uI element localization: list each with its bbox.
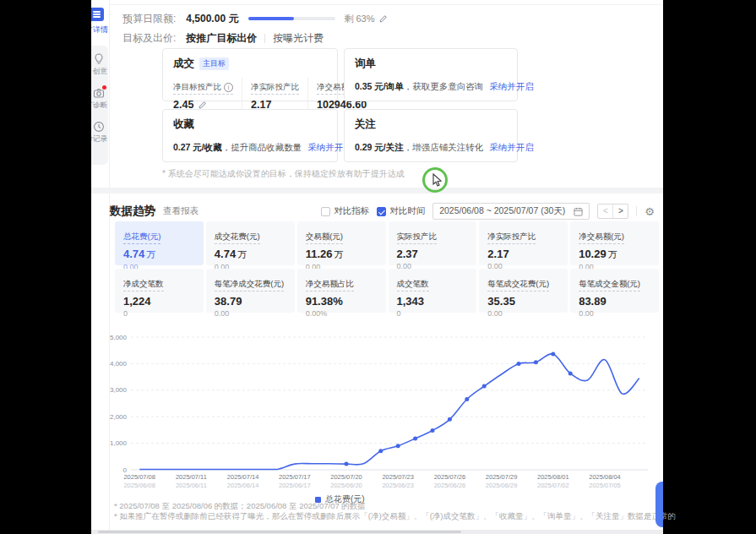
metric-value: 11.26万 bbox=[306, 248, 378, 261]
sidebar-item-detail[interactable] bbox=[91, 8, 104, 21]
sidebar-item-detail-label[interactable]: 推广详情 bbox=[91, 25, 109, 34]
metric-card-实际投产比[interactable]: 实际投产比 2.37 0.00 bbox=[389, 221, 477, 265]
svg-text:2025/08/04: 2025/08/04 bbox=[589, 473, 621, 481]
goals-label: 目标及出价: bbox=[122, 31, 176, 46]
metric-card-每笔成交金额(元)[interactable]: 每笔成交金额(元) 83.89 0.00 bbox=[570, 269, 659, 313]
checkbox-unchecked-icon[interactable] bbox=[321, 207, 330, 216]
metric-compare-value: 0.00% bbox=[306, 309, 378, 318]
edit-roi-icon[interactable] bbox=[199, 101, 207, 109]
metric-card-净成交笔数[interactable]: 净成交笔数 1,224 0 bbox=[115, 269, 204, 313]
compare-time-checkbox[interactable]: 对比时间 bbox=[377, 205, 425, 217]
svg-text:2025/08/01: 2025/08/01 bbox=[537, 473, 569, 481]
clock-icon[interactable] bbox=[93, 121, 105, 133]
svg-text:2025/07/26: 2025/07/26 bbox=[434, 473, 466, 481]
metric-card-成交笔数[interactable]: 成交笔数 1,343 0 bbox=[389, 269, 477, 313]
controls-divider bbox=[636, 206, 637, 216]
goal-card-title: 收藏 bbox=[173, 117, 327, 132]
budget-row: 预算日限额: 4,500.00 元 剩 63% bbox=[122, 12, 388, 25]
budget-label: 预算日限额: bbox=[122, 12, 176, 26]
sidebar-item-history[interactable]: 操作记录 bbox=[91, 134, 108, 143]
compare-metric-label: 对比指标 bbox=[334, 205, 369, 217]
metric-value: 2.17 bbox=[487, 248, 559, 260]
trend-line-chart[interactable]: 01,0002,0003,0004,0005,0002025/07/082025… bbox=[110, 326, 661, 495]
view-report-link[interactable]: 查看报表 bbox=[163, 205, 199, 217]
metric-label: 净实际投产比 bbox=[487, 232, 536, 244]
tab-impression-billing[interactable]: 按曝光计费 bbox=[273, 31, 324, 46]
info-icon[interactable]: i bbox=[224, 83, 233, 92]
metric-compare-value: 0 bbox=[397, 309, 469, 318]
edit-budget-icon[interactable] bbox=[379, 14, 388, 23]
metric-card-交易额(元)[interactable]: 交易额(元) 11.26万 0.00 bbox=[297, 221, 386, 265]
top-divider bbox=[110, 4, 661, 5]
sidebar-group: 创意 推广诊断 操作记录 bbox=[91, 46, 108, 165]
goal-card-0[interactable]: 询单 0.35 元/询单，获取更多意向咨询采纳并开启 bbox=[344, 48, 518, 101]
metric-card-成交花费(元)[interactable]: 成交花费(元) 4.74万 0.00 bbox=[206, 221, 295, 265]
metric-card-净交易额占比[interactable]: 净交易额占比 91.38% 0.00% bbox=[297, 269, 386, 313]
budget-slider[interactable] bbox=[248, 17, 335, 20]
goal-card-title: 关注 bbox=[355, 117, 507, 132]
metric-card-净交易额(元)[interactable]: 净交易额(元) 10.29万 0.00 bbox=[570, 221, 659, 265]
svg-text:1,000: 1,000 bbox=[110, 439, 128, 447]
goal-card-desc: 0.35 元/询单，获取更多意向咨询采纳并开启 bbox=[355, 81, 507, 93]
metric-compare-value: 0.00 bbox=[579, 309, 650, 318]
deal-stat-label: 净目标投产比i bbox=[173, 82, 233, 95]
goal-card-title: 询单 bbox=[355, 57, 507, 71]
svg-text:2025/07/08: 2025/07/08 bbox=[123, 473, 155, 481]
metric-label: 实际投产比 bbox=[397, 232, 438, 244]
goal-card-desc: 0.27 元/收藏，提升商品收藏数量采纳并开启 bbox=[173, 142, 327, 154]
side-drawer-handle[interactable] bbox=[655, 482, 663, 527]
goal-card-2[interactable]: 关注 0.29 元/关注，增强店铺关注转化采纳并开启 bbox=[344, 109, 518, 162]
svg-text:2025/06/17: 2025/06/17 bbox=[279, 482, 311, 489]
metric-value: 35.35 bbox=[487, 295, 559, 308]
mouse-cursor-icon bbox=[432, 173, 443, 188]
next-period-button[interactable]: > bbox=[613, 204, 628, 218]
metric-value: 2.37 bbox=[397, 248, 469, 260]
svg-text:2025/07/11: 2025/07/11 bbox=[176, 473, 207, 481]
goal-note: * 系统会尽可能达成你设置的目标，保持稳定投放有助于提升达成 bbox=[162, 168, 405, 180]
sidebar-item-creative[interactable]: 创意 bbox=[91, 67, 108, 75]
metric-value: 91.38% bbox=[306, 295, 378, 308]
goal-card-1[interactable]: 收藏 0.27 元/收藏，提升商品收藏数量采纳并开启 bbox=[162, 109, 338, 162]
scrollbar-thumb[interactable] bbox=[98, 531, 461, 533]
svg-text:4,000: 4,000 bbox=[110, 360, 128, 368]
goal-card-desc: 0.29 元/关注，增强店铺关注转化采纳并开启 bbox=[355, 142, 507, 154]
adopt-enable-link[interactable]: 采纳并开启 bbox=[489, 81, 534, 91]
metric-label: 每笔净成交花费(元) bbox=[215, 279, 284, 292]
metric-compare-value: 0.00 bbox=[487, 309, 559, 318]
metric-card-每笔成交花费(元)[interactable]: 每笔成交花费(元) 35.35 0.00 bbox=[479, 269, 568, 313]
svg-text:2025/07/23: 2025/07/23 bbox=[382, 473, 414, 481]
adopt-enable-link[interactable]: 采纳并开启 bbox=[489, 142, 534, 152]
section-divider bbox=[91, 188, 663, 193]
sidebar-item-diagnosis[interactable]: 推广诊断 bbox=[91, 101, 108, 109]
horizontal-scrollbar[interactable] bbox=[91, 530, 663, 534]
gear-icon[interactable]: ⚙ bbox=[645, 205, 655, 218]
svg-text:2025/07/02: 2025/07/02 bbox=[537, 482, 569, 489]
goal-card-title: 成交主目标 bbox=[173, 57, 327, 71]
compare-metric-checkbox[interactable]: 对比指标 bbox=[321, 205, 369, 217]
metric-card-总花费(元)[interactable]: 总花费(元) 4.74万 0.00 bbox=[115, 221, 204, 265]
svg-text:2025/07/20: 2025/07/20 bbox=[330, 473, 362, 481]
trend-title: 数据趋势 bbox=[110, 204, 155, 219]
tab-divider bbox=[264, 34, 265, 43]
metric-label: 成交笔数 bbox=[397, 279, 429, 292]
main-panel: 推广详情 创意 推广诊断 操作记录 预算日限额: 4,500.00 元 剩 63… bbox=[91, 0, 663, 534]
deal-stat: 净实际投产比 2.17 bbox=[251, 78, 308, 111]
prev-period-button[interactable]: < bbox=[598, 204, 613, 218]
metric-value: 38.79 bbox=[215, 295, 286, 308]
svg-text:2025/06/08: 2025/06/08 bbox=[123, 482, 155, 489]
tab-goal-bidding[interactable]: 按推广目标出价 bbox=[186, 31, 257, 46]
metric-label: 净成交笔数 bbox=[123, 279, 164, 292]
budget-slider-fill bbox=[248, 17, 294, 20]
goals-row: 目标及出价: 按推广目标出价 按曝光计费 bbox=[122, 31, 324, 45]
goal-card-deal[interactable]: 成交主目标 净目标投产比i 2.45 净实际投产比 2.17 净交易额(元) 1… bbox=[162, 48, 338, 101]
metric-label: 每笔成交金额(元) bbox=[579, 279, 640, 292]
metric-card-净实际投产比[interactable]: 净实际投产比 2.17 0.00 bbox=[479, 221, 568, 265]
svg-text:5,000: 5,000 bbox=[110, 334, 128, 341]
date-range-picker[interactable]: 2025/06/08 ~ 2025/07/07 (30天) bbox=[432, 203, 590, 220]
metric-value: 83.89 bbox=[579, 295, 650, 308]
metric-card-每笔净成交花费(元)[interactable]: 每笔净成交花费(元) 38.79 0.00 bbox=[206, 269, 295, 313]
bulb-icon[interactable] bbox=[93, 53, 105, 65]
metric-label: 成交花费(元) bbox=[215, 232, 260, 244]
svg-text:2025/06/26: 2025/06/26 bbox=[434, 482, 466, 489]
checkbox-checked-icon[interactable] bbox=[377, 207, 386, 216]
